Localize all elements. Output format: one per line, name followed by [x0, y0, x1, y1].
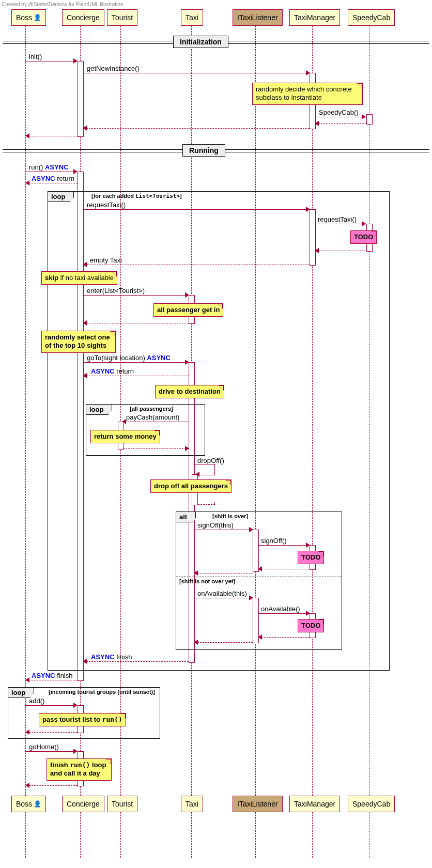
ret-add: [26, 732, 78, 733]
arrowhead: [315, 248, 319, 253]
activation-manager-req: [310, 209, 316, 266]
arrowhead: [73, 749, 78, 754]
msg-emptytaxi: empty Taxi: [90, 256, 122, 264]
arrow-signoff2: [258, 545, 308, 546]
note-todo-1: TODO: [350, 230, 377, 244]
ret-speedy: [316, 123, 366, 124]
participant-ilistener-bottom: ITaxiListener: [233, 796, 283, 812]
note-random-subclass: randomly decide which concrete subclass …: [252, 83, 363, 105]
msg-onavail2: onAvailable(): [261, 605, 300, 613]
arrowhead: [258, 634, 262, 640]
ret-signoff2: [259, 569, 310, 569]
note-todo-2: TODO: [298, 551, 324, 564]
msg-signoff2: signOff(): [261, 537, 287, 545]
note-dropall: drop off all passengers: [150, 479, 232, 493]
ret-onavail: [195, 642, 253, 643]
ret-emptytaxi: [84, 265, 310, 265]
participant-manager-bottom: TaxiManager: [289, 796, 340, 812]
arrow-gohome: [25, 751, 75, 752]
actor-icon: 👤: [34, 800, 41, 808]
note-todo-3: TODO: [298, 619, 324, 632]
note-skip: skip if no taxi available: [41, 271, 117, 285]
msg-run: run() ASYNC: [29, 163, 69, 171]
participant-tourist-bottom: Tourist: [107, 796, 137, 812]
ret-getnew: [84, 128, 310, 129]
msg-goto: goTo(sight location) ASYNC: [87, 354, 171, 362]
msg-goto-ret: ASYNC return: [91, 367, 134, 375]
arrowhead: [73, 169, 78, 174]
participant-manager-top: TaxiManager: [289, 9, 340, 26]
frame-cond-shiftover: [shift is over]: [212, 513, 248, 519]
arrowhead: [83, 659, 87, 664]
arrow-add: [25, 705, 75, 706]
msg-paycash: payCash(amount): [126, 413, 179, 421]
arrowhead: [83, 373, 87, 378]
note-retmoney: return some money: [90, 430, 160, 443]
arrowhead: [73, 703, 78, 708]
msg-finish2: ASYNC finish: [32, 672, 73, 679]
alt-separator: [176, 577, 342, 577]
frame-tag-alt: alt: [176, 512, 196, 522]
msg-onavail: onAvailable(this): [197, 590, 247, 597]
arrow-goto: [83, 362, 187, 363]
msg-dropoff: dropOff(): [197, 457, 224, 464]
arrow-enter: [83, 295, 187, 296]
msg-run-ret: ASYNC return: [32, 175, 74, 182]
note-top10: randomly select one of the top 10 sights: [41, 331, 116, 353]
participant-taxi-bottom: Taxi: [181, 796, 203, 812]
arrow-onavail2: [258, 613, 308, 614]
arrowhead: [83, 320, 87, 326]
participant-boss-top: Boss👤: [11, 9, 46, 26]
msg-speedycab: SpeedyCab(): [319, 109, 359, 116]
activation-speedy: [366, 114, 373, 125]
ret-enter: [84, 323, 189, 323]
arrow-speedy: [315, 117, 364, 117]
msg-finish1: ASYNC finish: [91, 653, 132, 661]
msg-enter: enter(List<Tourist>): [87, 287, 145, 295]
credit-text: Created by @StefanDensow for PlantUML il…: [2, 2, 125, 7]
actor-icon: 👤: [34, 14, 41, 21]
msg-reqtaxi: requestTaxi(): [87, 201, 126, 209]
ret-reqtaxi2: [316, 251, 366, 251]
arrowhead: [194, 640, 198, 645]
arrowhead: [25, 730, 29, 735]
arrow-onavail: [194, 598, 251, 598]
participant-speedy-bottom: SpeedyCab: [348, 796, 395, 812]
ret-gohome: [26, 785, 78, 786]
ret-init: [26, 136, 78, 136]
arrowhead: [73, 58, 78, 64]
ret-drop: [198, 502, 215, 505]
frame-tag-loop: loop: [48, 192, 74, 202]
participant-speedy-top: SpeedyCab: [348, 9, 395, 26]
ret-finish2: [26, 680, 78, 680]
note-finish: finish run() loop and call it a day: [47, 758, 112, 781]
ret-paycash: [123, 448, 189, 449]
participant-concierge-bottom: Concierge: [62, 796, 104, 812]
arrowhead: [25, 180, 29, 185]
arrow-paycash: [123, 422, 189, 422]
arrow-reqtaxi: [83, 209, 308, 210]
frame-cond-incoming: [incoming tourist groups (until sunset)]: [49, 689, 155, 695]
note-passlist: pass tourist list to run(): [39, 713, 126, 726]
ret-onavail2: [259, 637, 310, 638]
msg-init: init(): [29, 53, 42, 60]
ret-signoff: [195, 573, 253, 574]
participant-taxi-top: Taxi: [181, 9, 203, 26]
arrow-run: [25, 172, 75, 172]
arrowhead: [25, 133, 29, 138]
arrowhead: [185, 446, 189, 451]
sequence-diagram: Created by @StefanDensow for PlantUML il…: [0, 0, 432, 868]
activation-listener-signoff: [253, 530, 259, 572]
arrowhead: [362, 221, 366, 226]
arrow-signoff: [194, 530, 251, 530]
arrowhead: [25, 677, 29, 683]
msg-getnew: getNewInstance(): [87, 65, 140, 72]
arrowhead: [83, 262, 87, 267]
frame-cond-foreach: [for each added List<Tourist>]: [91, 193, 182, 199]
msg-gohome: goHome(): [29, 743, 59, 751]
ret-goto: [84, 376, 189, 376]
participant-concierge-top: Concierge: [62, 9, 104, 26]
participant-boss-bottom: Boss👤: [11, 796, 46, 812]
participant-ilistener-top: ITaxiListener: [233, 9, 283, 26]
note-drive: drive to destination: [155, 385, 224, 398]
